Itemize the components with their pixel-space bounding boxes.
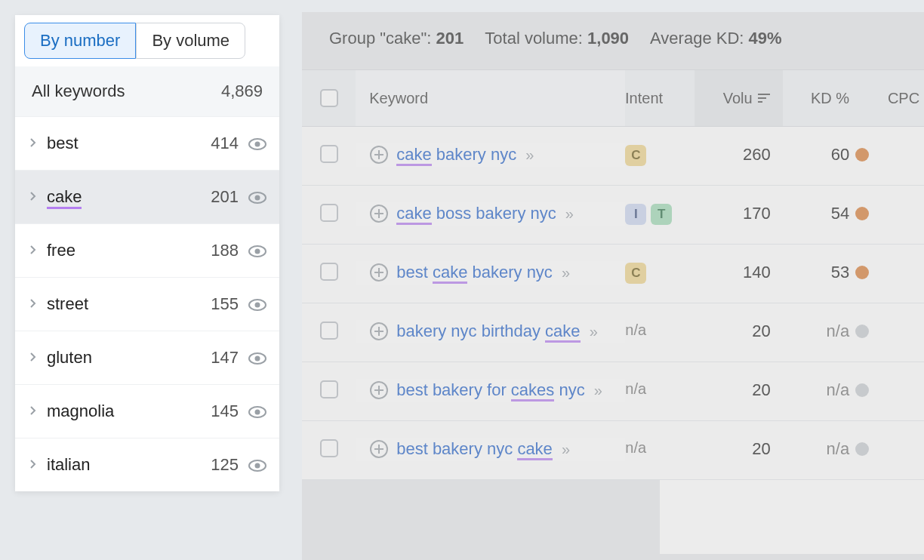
select-all-checkbox[interactable]	[320, 89, 338, 107]
cell-volume: 20	[695, 438, 783, 459]
kd-difficulty-dot	[855, 207, 869, 220]
eye-icon[interactable]	[248, 190, 266, 204]
add-keyword-icon[interactable]	[369, 439, 389, 459]
table-row: best bakery nyc cake »n/a20n/a	[302, 421, 924, 480]
chevrons-right-icon: »	[590, 323, 598, 340]
all-keywords-row[interactable]: All keywords 4,869	[15, 66, 279, 116]
keyword-link[interactable]: best bakery for cakes nyc »	[396, 379, 602, 402]
add-keyword-icon[interactable]	[369, 204, 389, 223]
intent-na: n/a	[625, 322, 646, 339]
tab-by-volume[interactable]: By volume	[136, 23, 245, 59]
sidebar-item-label: street	[47, 294, 211, 314]
eye-icon[interactable]	[248, 244, 266, 257]
sidebar-item-cake[interactable]: cake201	[15, 170, 279, 223]
table-row: best bakery for cakes nyc »n/a20n/a	[302, 362, 924, 421]
all-keywords-label: All keywords	[32, 82, 125, 101]
chevron-right-icon	[29, 350, 47, 366]
chevrons-right-icon: »	[562, 264, 570, 281]
intent-na: n/a	[625, 380, 646, 398]
row-checkbox[interactable]	[320, 204, 338, 222]
add-keyword-icon[interactable]	[369, 263, 389, 282]
chevrons-right-icon: »	[562, 441, 570, 457]
sidebar-item-gluten[interactable]: gluten147	[15, 331, 279, 384]
stat-kd-label: Average KD:	[650, 29, 748, 48]
chevron-right-icon	[29, 297, 47, 312]
sidebar-item-count: 188	[211, 241, 239, 260]
cell-kd-dot	[855, 379, 880, 397]
stat-group: Group "cake": 201	[329, 29, 464, 48]
header-keyword[interactable]: Keyword	[356, 70, 625, 126]
eye-icon[interactable]	[248, 458, 266, 472]
sidebar-item-count: 147	[211, 348, 239, 368]
cell-volume: 20	[695, 320, 783, 341]
chevrons-right-icon: »	[594, 382, 602, 398]
eye-icon[interactable]	[248, 405, 266, 418]
cell-volume: 260	[695, 143, 783, 165]
cell-intent: n/a	[625, 379, 695, 398]
eye-icon[interactable]	[248, 297, 266, 311]
intent-badge-c: C	[625, 145, 646, 166]
sidebar-item-label: best	[47, 134, 211, 153]
header-checkbox-cell	[302, 89, 356, 107]
cell-kd-dot	[855, 202, 880, 220]
cell-kd-dot	[855, 261, 880, 279]
table-header: Keyword Intent Volu KD % CPC	[302, 69, 924, 127]
sidebar-item-free[interactable]: free188	[15, 223, 279, 277]
stat-kd-value: 49%	[749, 29, 782, 48]
keyword-link[interactable]: best cake bakery nyc »	[396, 261, 570, 285]
sidebar-item-label: italian	[47, 455, 211, 475]
chevron-right-icon	[29, 457, 47, 473]
header-stats: Group "cake": 201 Total volume: 1,090 Av…	[302, 12, 924, 69]
tab-by-number[interactable]: By number	[24, 23, 136, 59]
sidebar-item-count: 145	[211, 402, 239, 421]
svg-point-7	[255, 303, 260, 308]
table-row: best cake bakery nyc »C14053	[302, 245, 924, 303]
cell-intent: n/a	[625, 438, 695, 457]
cell-volume: 140	[695, 261, 783, 282]
chevrons-right-icon: »	[525, 146, 534, 163]
header-kd[interactable]: KD %	[783, 90, 856, 107]
row-checkbox[interactable]	[320, 263, 338, 281]
cell-kd: n/a	[783, 379, 856, 400]
sidebar-item-count: 125	[211, 455, 239, 475]
svg-point-3	[255, 195, 260, 201]
cell-intent: C	[625, 143, 695, 166]
sidebar-item-label: free	[47, 241, 211, 260]
sidebar-item-italian[interactable]: italian125	[15, 438, 279, 491]
main-panel: Group "cake": 201 Total volume: 1,090 Av…	[302, 12, 924, 560]
add-keyword-icon[interactable]	[369, 322, 389, 341]
keyword-link[interactable]: cake bakery nyc »	[396, 143, 534, 167]
row-checkbox[interactable]	[320, 145, 338, 163]
header-cpc[interactable]: CPC	[880, 90, 924, 107]
sidebar-item-best[interactable]: best414	[15, 116, 279, 170]
keyword-link[interactable]: best bakery nyc cake »	[396, 438, 570, 461]
svg-point-13	[255, 463, 260, 469]
sidebar-item-magnolia[interactable]: magnolia145	[15, 384, 279, 438]
stat-volume-value: 1,090	[587, 29, 629, 48]
add-keyword-icon[interactable]	[369, 380, 389, 400]
eye-icon[interactable]	[248, 351, 266, 365]
chevron-right-icon	[29, 189, 47, 205]
row-checkbox[interactable]	[320, 380, 338, 398]
all-keywords-count: 4,869	[221, 82, 263, 101]
keyword-link[interactable]: bakery nyc birthday cake »	[396, 320, 598, 343]
table-row: cake bakery nyc »C26060	[302, 127, 924, 186]
keyword-link[interactable]: cake boss bakery nyc »	[396, 202, 574, 226]
table-row: bakery nyc birthday cake »n/a20n/a	[302, 303, 924, 362]
header-volume-label: Volu	[723, 90, 753, 107]
eye-icon[interactable]	[248, 137, 266, 150]
sidebar-item-label: gluten	[47, 348, 211, 368]
intent-badge-c: C	[625, 263, 646, 284]
row-checkbox[interactable]	[320, 322, 338, 340]
row-checkbox[interactable]	[320, 439, 338, 457]
sidebar-item-street[interactable]: street155	[15, 277, 279, 331]
add-keyword-icon[interactable]	[369, 145, 389, 165]
header-volume[interactable]: Volu	[695, 70, 782, 126]
intent-badge-i: I	[625, 204, 646, 225]
chevron-right-icon	[29, 404, 47, 420]
cell-volume: 170	[695, 202, 783, 223]
table-row: cake boss bakery nyc »IT17054	[302, 186, 924, 245]
svg-point-1	[255, 142, 260, 147]
header-intent[interactable]: Intent	[625, 90, 695, 107]
kd-difficulty-dot	[855, 266, 869, 279]
